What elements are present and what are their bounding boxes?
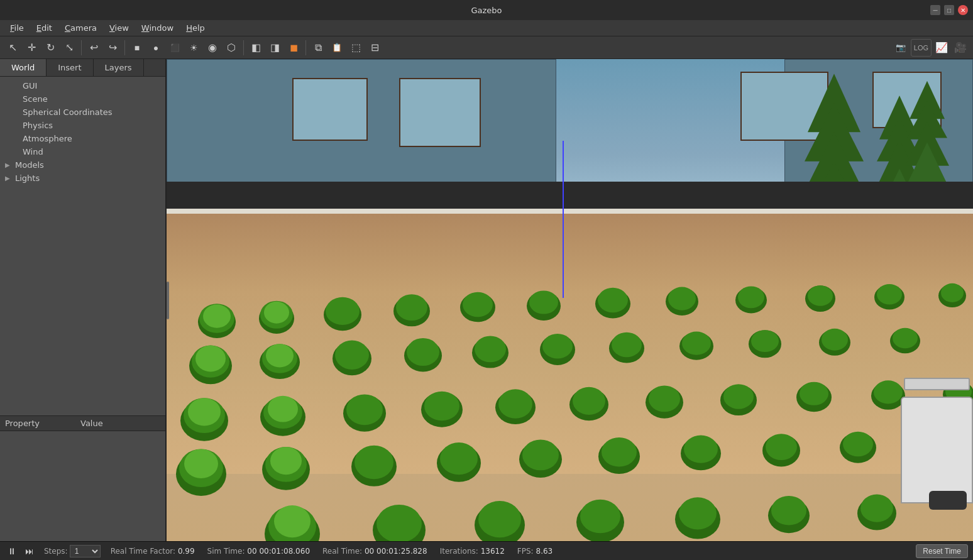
- undo-button[interactable]: ↩: [85, 39, 102, 57]
- select-tool-button[interactable]: ↖: [4, 39, 21, 57]
- tab-insert[interactable]: Insert: [47, 59, 93, 76]
- building-window-1: [292, 78, 368, 141]
- drawmode1-button[interactable]: ◧: [247, 39, 265, 57]
- tab-world[interactable]: World: [0, 59, 47, 76]
- tree-item-scene[interactable]: Scene: [0, 92, 165, 106]
- drawmode3-button[interactable]: ◼: [285, 39, 302, 57]
- tab-layers[interactable]: Layers: [94, 59, 144, 76]
- menu-edit[interactable]: Edit: [31, 22, 57, 34]
- sim-time-item: Sim Time: 00 00:01:08.060: [207, 547, 310, 556]
- curb: [167, 209, 973, 214]
- sim-time-label: Sim Time:: [207, 547, 245, 556]
- fps-value: 8.63: [536, 547, 553, 556]
- property-panel: Property Value: [0, 415, 165, 541]
- tree-item-spherical-coordinates[interactable]: Spherical Coordinates: [0, 106, 165, 119]
- real-time-item: Real Time: 00 00:01:25.828: [322, 547, 427, 556]
- maximize-button[interactable]: □: [944, 5, 954, 15]
- mirror-button[interactable]: ⬚: [347, 39, 365, 57]
- box-button[interactable]: ■: [128, 39, 146, 57]
- iterations-label: Iterations:: [440, 547, 478, 556]
- align-button[interactable]: ⊟: [366, 39, 383, 57]
- log-button[interactable]: LOG: [911, 39, 932, 57]
- spotlight-button[interactable]: ⬡: [223, 39, 240, 57]
- main-layout: World Insert Layers GUI Scene Spherical …: [0, 59, 973, 541]
- tree-item-wind[interactable]: Wind: [0, 145, 165, 158]
- window-controls: ─ □ ✕: [930, 5, 968, 15]
- field-ground: [167, 214, 973, 474]
- chart-button[interactable]: 📈: [933, 39, 950, 57]
- tree-label-wind: Wind: [23, 147, 43, 156]
- tree-arrow-models: ▶: [5, 162, 13, 168]
- pointlight-button[interactable]: ◉: [204, 39, 221, 57]
- iterations-value: 13612: [481, 547, 505, 556]
- cylinder-button[interactable]: ⬛: [166, 39, 184, 57]
- robot-lid: [904, 378, 970, 390]
- sphere-button[interactable]: ●: [147, 39, 165, 57]
- paste-button[interactable]: 📋: [328, 39, 346, 57]
- menu-camera[interactable]: Camera: [60, 22, 102, 34]
- steps-label: Steps:: [44, 547, 68, 556]
- toolbar-sep-1: [81, 40, 82, 55]
- fps-item: FPS: 8.63: [517, 547, 552, 556]
- scale-tool-button[interactable]: ⤡: [60, 39, 78, 57]
- drawmode2-button[interactable]: ◨: [266, 39, 283, 57]
- menu-bar: File Edit Camera View Window Help: [0, 20, 973, 36]
- tree-arrow-lights: ▶: [5, 175, 13, 182]
- property-col2: Value: [80, 419, 103, 428]
- real-time-factor-value: 0.99: [178, 547, 195, 556]
- menu-window[interactable]: Window: [136, 22, 179, 34]
- tree-label-atmosphere: Atmosphere: [23, 134, 72, 143]
- real-time-factor-label: Real Time Factor:: [111, 547, 175, 556]
- playback-controls: ⏸ ⏭: [5, 545, 36, 557]
- sim-time-value: 00 00:01:08.060: [247, 547, 310, 556]
- robot-body: [898, 378, 973, 503]
- iterations-item: Iterations: 13612: [440, 547, 505, 556]
- screenshot-button[interactable]: 📷: [892, 39, 910, 57]
- tree-item-gui[interactable]: GUI: [0, 79, 165, 92]
- tree-label-scene: Scene: [23, 94, 48, 104]
- status-bar: ⏸ ⏭ Steps: 1 10 100 Real Time Factor: 0.…: [0, 541, 973, 560]
- menu-view[interactable]: View: [104, 22, 134, 34]
- menu-help[interactable]: Help: [181, 22, 210, 34]
- real-time-label: Real Time:: [322, 547, 362, 556]
- real-time-value: 00 00:01:25.828: [365, 547, 427, 556]
- step-button[interactable]: ⏭: [23, 545, 36, 557]
- video-button[interactable]: 🎥: [952, 39, 969, 57]
- panel-resize-handle[interactable]: [167, 282, 169, 319]
- reset-time-button[interactable]: Reset Time: [916, 544, 968, 558]
- tree-label-gui: GUI: [23, 81, 37, 91]
- sun-button[interactable]: ☀: [185, 39, 202, 57]
- real-time-factor-item: Real Time Factor: 0.99: [111, 547, 195, 556]
- tree-label-models: Models: [15, 160, 44, 170]
- steps-select[interactable]: 1 10 100: [70, 545, 101, 557]
- tree-item-physics[interactable]: Physics: [0, 119, 165, 132]
- window-title: Gazebo: [471, 6, 502, 15]
- minimize-button[interactable]: ─: [930, 5, 940, 15]
- axis-line-vertical: [563, 141, 564, 298]
- robot-chassis: [901, 397, 973, 503]
- title-bar: Gazebo ─ □ ✕: [0, 0, 973, 20]
- close-button[interactable]: ✕: [958, 5, 968, 15]
- toolbar-sep-4: [305, 40, 306, 55]
- viewport[interactable]: .plant { fill: #3a8a1a; } .plant-dark { …: [167, 59, 973, 541]
- rotate-tool-button[interactable]: ↻: [41, 39, 59, 57]
- toolbar: ↖ ✛ ↻ ⤡ ↩ ↪ ■ ● ⬛ ☀ ◉ ⬡ ◧ ◨ ◼ ⧉ 📋 ⬚ ⊟ 📷 …: [0, 36, 973, 59]
- copy-button[interactable]: ⧉: [309, 39, 327, 57]
- pause-button[interactable]: ⏸: [5, 545, 19, 557]
- translate-tool-button[interactable]: ✛: [23, 39, 40, 57]
- tree-label-sph: Spherical Coordinates: [23, 107, 113, 117]
- building-window-right-1: [740, 72, 828, 141]
- toolbar-sep-2: [124, 40, 125, 55]
- tree-label-physics: Physics: [23, 121, 53, 130]
- tree-panel: GUI Scene Spherical Coordinates Physics …: [0, 77, 165, 415]
- left-panel: World Insert Layers GUI Scene Spherical …: [0, 59, 167, 541]
- menu-file[interactable]: File: [5, 22, 29, 34]
- tree-item-lights[interactable]: ▶ Lights: [0, 172, 165, 185]
- tree-item-models[interactable]: ▶ Models: [0, 158, 165, 172]
- building-window-right-2: [872, 72, 942, 128]
- property-col1: Property: [5, 419, 80, 428]
- redo-button[interactable]: ↪: [104, 39, 121, 57]
- tabs-bar: World Insert Layers: [0, 59, 165, 77]
- building-window-2: [399, 78, 481, 147]
- tree-item-atmosphere[interactable]: Atmosphere: [0, 132, 165, 145]
